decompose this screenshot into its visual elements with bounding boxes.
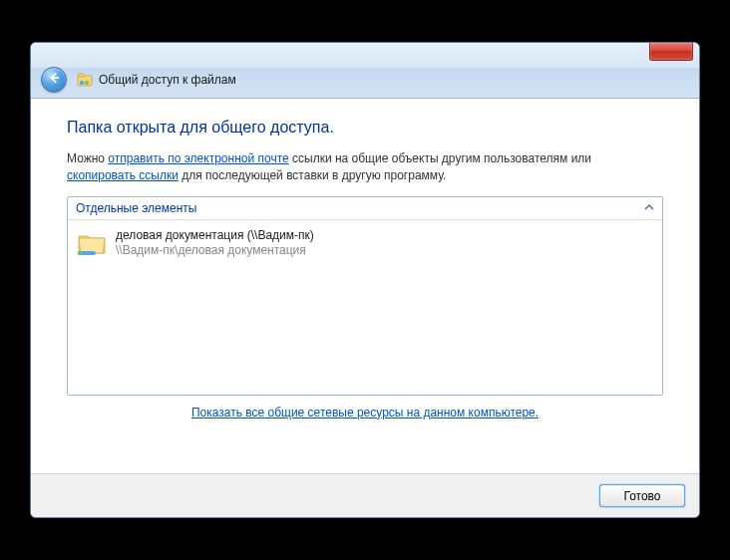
- back-button[interactable]: [41, 67, 67, 93]
- item-title: деловая документация (\\Вадим-пк): [116, 228, 314, 244]
- item-path: \\Вадим-пк\деловая документация: [116, 243, 314, 259]
- sharing-icon: [77, 72, 93, 88]
- group-header-label: Отдельные элементы: [76, 201, 196, 215]
- copy-links-link[interactable]: скопировать ссылки: [67, 168, 179, 182]
- titlebar: Общий доступ к файлам: [31, 43, 699, 99]
- show-all-shares-link[interactable]: Показать все общие сетевые ресурсы на да…: [191, 406, 539, 420]
- group-body: деловая документация (\\Вадим-пк) \\Вади…: [68, 220, 662, 395]
- arrow-left-icon: [47, 71, 61, 88]
- group-header[interactable]: Отдельные элементы: [68, 197, 662, 220]
- desc-post: для последующей вставки в другую програм…: [179, 168, 446, 182]
- description-text: Можно отправить по электронной почте ссы…: [67, 150, 663, 184]
- done-button[interactable]: Готово: [599, 484, 685, 507]
- svg-point-2: [80, 80, 84, 84]
- desc-pre: Можно: [67, 151, 108, 165]
- wizard-window: Общий доступ к файлам Папка открыта для …: [30, 42, 700, 518]
- shared-folder-icon: [76, 228, 108, 260]
- chevron-up-icon: [644, 202, 654, 214]
- content-area: Папка открыта для общего доступа. Можно …: [31, 99, 699, 473]
- desc-mid: ссылки на общие объекты другим пользоват…: [289, 151, 591, 165]
- page-heading: Папка открыта для общего доступа.: [67, 119, 663, 137]
- svg-rect-0: [78, 76, 92, 86]
- svg-rect-1: [78, 74, 84, 77]
- shared-items-group: Отдельные элементы: [67, 196, 663, 396]
- email-links-link[interactable]: отправить по электронной почте: [108, 151, 288, 165]
- item-text: деловая документация (\\Вадим-пк) \\Вади…: [116, 228, 314, 259]
- footer: Готово: [31, 473, 699, 517]
- list-item[interactable]: деловая документация (\\Вадим-пк) \\Вади…: [76, 226, 654, 262]
- title-row: Общий доступ к файлам: [37, 67, 236, 93]
- close-button[interactable]: [649, 43, 693, 61]
- show-all-row: Показать все общие сетевые ресурсы на да…: [67, 406, 663, 420]
- window-title: Общий доступ к файлам: [99, 73, 236, 87]
- svg-point-3: [85, 80, 89, 84]
- svg-point-5: [79, 251, 81, 253]
